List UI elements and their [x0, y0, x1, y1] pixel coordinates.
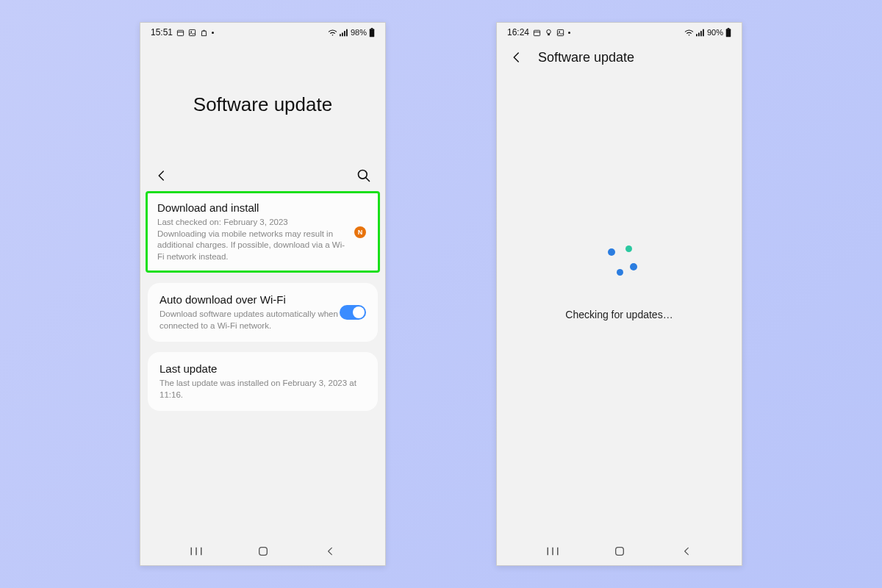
svg-rect-26: [700, 31, 702, 36]
content-area: Download and install Last checked on: Fe…: [140, 191, 385, 537]
page-title: Software update: [140, 42, 385, 168]
phone-right: 16:24 90% Software update Checking for u…: [496, 22, 742, 566]
svg-rect-27: [703, 29, 704, 36]
signal-icon: [696, 29, 705, 37]
svg-line-12: [366, 178, 370, 182]
svg-rect-33: [615, 548, 623, 556]
dot-icon: [212, 32, 214, 34]
svg-point-4: [332, 34, 334, 35]
calendar-icon: [176, 29, 184, 37]
auto-download-title: Auto download over Wi-Fi: [159, 293, 344, 306]
signal-icon: [340, 29, 348, 37]
status-battery: 98%: [351, 28, 367, 37]
svg-rect-24: [696, 34, 698, 36]
search-button[interactable]: [356, 168, 372, 184]
image-icon: [188, 29, 196, 37]
nav-back[interactable]: [678, 542, 695, 560]
svg-point-22: [559, 31, 560, 32]
download-install-item[interactable]: Download and install Last checked on: Fe…: [146, 191, 380, 273]
download-install-title: Download and install: [157, 201, 346, 214]
battery-icon: [369, 28, 375, 37]
nav-bar: [140, 537, 385, 565]
checking-area: Checking for updates…: [497, 49, 742, 515]
battery-icon: [725, 28, 731, 37]
wifi-icon: [684, 29, 694, 37]
last-update-title: Last update: [159, 362, 366, 375]
svg-point-3: [190, 31, 192, 32]
svg-rect-8: [346, 29, 348, 36]
download-install-line1: Last checked on: February 3, 2023: [157, 217, 346, 229]
svg-rect-6: [342, 32, 343, 36]
loading-spinner: [598, 244, 642, 288]
download-install-line2: Downloading via mobile networks may resu…: [157, 229, 346, 263]
status-bar: 16:24 90%: [497, 23, 742, 42]
status-left: 15:51: [151, 27, 214, 37]
svg-rect-7: [344, 31, 345, 36]
nav-recents[interactable]: [187, 542, 205, 560]
status-bar: 15:51 98%: [140, 23, 385, 42]
last-update-sub: The last update was installed on Februar…: [159, 378, 366, 401]
svg-rect-10: [371, 28, 373, 29]
spinner-dot: [625, 245, 632, 252]
spinner-dot: [617, 269, 623, 276]
last-update-item[interactable]: Last update The last update was installe…: [148, 352, 378, 411]
svg-rect-5: [340, 34, 341, 36]
svg-point-23: [689, 34, 690, 35]
image-icon: [556, 29, 564, 37]
status-time: 15:51: [151, 27, 173, 37]
nav-home[interactable]: [611, 542, 628, 560]
svg-rect-25: [698, 32, 700, 36]
svg-rect-0: [177, 30, 183, 35]
status-battery: 90%: [707, 28, 723, 37]
auto-download-item[interactable]: Auto download over Wi-Fi Download softwa…: [148, 283, 378, 342]
status-left: 16:24: [507, 27, 570, 37]
auto-download-sub: Download software updates automatically …: [159, 309, 344, 331]
svg-rect-16: [259, 548, 267, 556]
nav-recents[interactable]: [544, 542, 562, 560]
status-right: 98%: [328, 28, 375, 37]
svg-rect-29: [728, 28, 730, 29]
svg-rect-9: [370, 29, 375, 37]
checking-text: Checking for updates…: [565, 309, 673, 320]
wifi-icon: [328, 29, 337, 37]
svg-rect-20: [548, 33, 550, 35]
svg-rect-17: [534, 30, 539, 35]
svg-rect-28: [726, 29, 731, 37]
toolbar: [140, 168, 385, 191]
status-time: 16:24: [507, 27, 529, 37]
nav-bar: [497, 537, 742, 565]
nav-back[interactable]: [321, 542, 339, 560]
nav-home[interactable]: [254, 542, 272, 560]
bag-icon: [200, 29, 208, 37]
spinner-dot: [608, 248, 615, 256]
back-button[interactable]: [154, 168, 170, 184]
dot-icon: [568, 32, 570, 34]
phone-left: 15:51 98% Software update Download and i…: [140, 22, 386, 566]
auto-download-toggle[interactable]: [340, 305, 366, 320]
svg-rect-2: [189, 29, 195, 35]
bulb-icon: [545, 29, 553, 37]
new-badge: N: [354, 226, 366, 238]
calendar-icon: [533, 29, 541, 37]
svg-point-19: [547, 29, 551, 34]
svg-rect-21: [557, 29, 563, 35]
spinner-dot: [630, 263, 637, 270]
status-right: 90%: [684, 28, 731, 37]
